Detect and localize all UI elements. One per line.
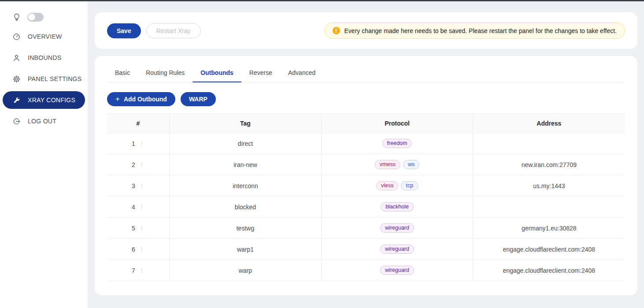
row-number: 1 bbox=[132, 140, 135, 147]
tag-cell: warp bbox=[169, 260, 322, 281]
add-outbound-label: Add Outbound bbox=[124, 96, 167, 103]
warning-alert-text: Every change made here needs to be saved… bbox=[344, 27, 617, 34]
theme-toggle-row bbox=[0, 1, 88, 24]
row-number: 4 bbox=[132, 204, 135, 211]
address-cell: engage.cloudflareclient.com:2408 bbox=[473, 260, 625, 281]
address-cell: engage.cloudflareclient.com:2408 bbox=[473, 239, 625, 260]
toggle-knob bbox=[28, 14, 35, 21]
table-row: 5⋮ testwg wireguard germany1.eu:30828 bbox=[107, 218, 625, 239]
table-row: 1⋮ direct freedom bbox=[107, 133, 625, 154]
sidebar-item-label: LOG OUT bbox=[28, 118, 56, 125]
sidebar-item-label: OVERVIEW bbox=[28, 33, 62, 40]
sidebar-item-log-out[interactable]: LOG OUT bbox=[3, 112, 85, 130]
protocol-cell: wireguard bbox=[322, 260, 473, 281]
wrench-icon bbox=[12, 96, 21, 104]
sidebar-item-inbounds[interactable]: INBOUNDS bbox=[3, 49, 85, 67]
lightbulb-icon bbox=[12, 13, 21, 22]
outbounds-toolbar: + Add Outbound WARP bbox=[107, 92, 625, 106]
tab-routing-rules[interactable]: Routing Rules bbox=[138, 65, 192, 82]
row-number: 2 bbox=[132, 161, 135, 168]
tag-cell: iran-new bbox=[169, 154, 322, 175]
protocol-badge: vless bbox=[376, 181, 398, 190]
tag-cell: testwg bbox=[169, 218, 322, 239]
protocol-badge: vmess bbox=[375, 160, 400, 169]
configs-card: Basic Routing Rules Outbounds Reverse Ad… bbox=[95, 56, 637, 295]
address-cell: us.my:1443 bbox=[473, 175, 625, 197]
protocol-badge: freedom bbox=[382, 139, 412, 148]
warp-button[interactable]: WARP bbox=[181, 92, 216, 106]
tab-outbounds[interactable]: Outbounds bbox=[192, 65, 241, 82]
row-menu-handle-icon[interactable]: ⋮ bbox=[139, 140, 144, 147]
sidebar-nav: OVERVIEW INBOUNDS PANEL SETTINGS XRAY CO… bbox=[0, 28, 88, 130]
address-cell: new.iran.com:27709 bbox=[473, 154, 625, 175]
tag-cell: direct bbox=[169, 133, 322, 154]
tag-cell: warp1 bbox=[169, 239, 322, 260]
protocol-cell: wireguard bbox=[322, 239, 473, 260]
protocol-badge: wireguard bbox=[380, 266, 414, 275]
restart-xray-button[interactable]: Restart Xray bbox=[146, 23, 201, 38]
actions-card: Save Restart Xray ! Every change made he… bbox=[95, 12, 637, 49]
tag-cell: blocked bbox=[169, 197, 322, 218]
sidebar: OVERVIEW INBOUNDS PANEL SETTINGS XRAY CO… bbox=[0, 1, 88, 308]
protocol-cell: freedom bbox=[322, 133, 473, 154]
protocol-badge: blackhole bbox=[381, 202, 414, 212]
protocol-badge: wireguard bbox=[380, 223, 414, 233]
row-menu-handle-icon[interactable]: ⋮ bbox=[139, 161, 144, 168]
save-button[interactable]: Save bbox=[107, 23, 141, 38]
warning-icon: ! bbox=[333, 27, 340, 34]
sidebar-item-xray-configs[interactable]: XRAY CONFIGS bbox=[3, 91, 85, 109]
tab-reverse[interactable]: Reverse bbox=[241, 65, 280, 82]
outbounds-table: # Tag Protocol Address 1⋮ direct freedom bbox=[107, 113, 625, 281]
sidebar-item-overview[interactable]: OVERVIEW bbox=[3, 28, 85, 45]
address-cell bbox=[473, 197, 625, 218]
tab-advanced[interactable]: Advanced bbox=[280, 65, 323, 82]
protocol-cell: vmessws bbox=[322, 154, 473, 175]
tag-cell: interconn bbox=[169, 175, 322, 197]
tab-basic[interactable]: Basic bbox=[107, 65, 138, 82]
table-row: 3⋮ interconn vlesstcp us.my:1443 bbox=[107, 175, 625, 197]
row-menu-handle-icon[interactable]: ⋮ bbox=[139, 225, 144, 231]
plus-icon: + bbox=[115, 96, 120, 102]
row-menu-handle-icon[interactable]: ⋮ bbox=[139, 204, 144, 210]
table-row: 4⋮ blocked blackhole bbox=[107, 197, 625, 218]
dashboard-icon bbox=[12, 33, 21, 41]
user-icon bbox=[12, 54, 21, 62]
table-row: 6⋮ warp1 wireguard engage.cloudflareclie… bbox=[107, 239, 625, 260]
address-cell: germany1.eu:30828 bbox=[473, 218, 625, 239]
column-header-address: Address bbox=[473, 114, 625, 133]
add-outbound-button[interactable]: + Add Outbound bbox=[107, 92, 175, 106]
logout-icon bbox=[12, 117, 21, 126]
app: OVERVIEW INBOUNDS PANEL SETTINGS XRAY CO… bbox=[0, 1, 644, 308]
warning-alert: ! Every change made here needs to be sav… bbox=[324, 22, 625, 39]
tab-bar: Basic Routing Rules Outbounds Reverse Ad… bbox=[107, 65, 625, 82]
row-menu-handle-icon[interactable]: ⋮ bbox=[139, 246, 144, 252]
table-row: 7⋮ warp wireguard engage.cloudflareclien… bbox=[107, 260, 625, 281]
address-cell bbox=[473, 133, 625, 154]
transport-badge: tcp bbox=[401, 181, 418, 190]
row-number: 5 bbox=[132, 225, 135, 232]
sidebar-item-label: INBOUNDS bbox=[28, 54, 61, 61]
dark-mode-toggle[interactable] bbox=[27, 13, 44, 22]
table-header-row: # Tag Protocol Address bbox=[107, 114, 625, 133]
sidebar-item-label: XRAY CONFIGS bbox=[28, 96, 75, 104]
transport-badge: ws bbox=[403, 160, 419, 169]
protocol-cell: wireguard bbox=[322, 218, 473, 239]
column-header-number: # bbox=[107, 114, 169, 133]
row-number: 7 bbox=[132, 267, 135, 274]
sidebar-item-label: PANEL SETTINGS bbox=[28, 75, 81, 82]
main-content: Save Restart Xray ! Every change made he… bbox=[88, 1, 644, 308]
protocol-cell: vlesstcp bbox=[322, 175, 473, 197]
column-header-tag: Tag bbox=[169, 114, 322, 133]
gear-icon bbox=[12, 75, 21, 83]
row-menu-handle-icon[interactable]: ⋮ bbox=[139, 182, 144, 189]
table-row: 2⋮ iran-new vmessws new.iran.com:27709 bbox=[107, 154, 625, 175]
protocol-badge: wireguard bbox=[380, 245, 414, 254]
sidebar-item-panel-settings[interactable]: PANEL SETTINGS bbox=[3, 70, 85, 88]
row-number: 6 bbox=[132, 246, 135, 253]
protocol-cell: blackhole bbox=[322, 197, 473, 218]
row-menu-handle-icon[interactable]: ⋮ bbox=[139, 267, 144, 274]
row-number: 3 bbox=[132, 182, 135, 189]
column-header-protocol: Protocol bbox=[322, 114, 473, 133]
